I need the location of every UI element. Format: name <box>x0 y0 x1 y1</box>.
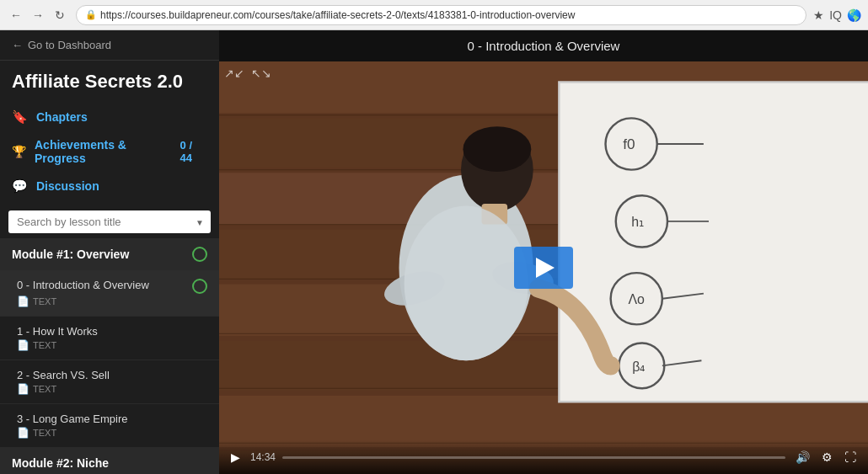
svg-text:h₁: h₁ <box>631 215 644 229</box>
module-2-title: Module #2: Niche <box>12 456 109 470</box>
sidebar-nav: 🔖 Chapters 🏆 Achievements & Progress 0 /… <box>0 98 219 205</box>
sidebar-item-achievements[interactable]: 🏆 Achievements & Progress 0 / 44 <box>0 131 219 172</box>
refresh-button[interactable]: ↻ <box>51 6 69 24</box>
progress-bar[interactable] <box>282 456 785 459</box>
achievements-left: 🏆 Achievements & Progress <box>12 138 180 165</box>
url-text: https://courses.buildapreneur.com/course… <box>100 9 575 21</box>
lesson-2-type: 📄 TEXT <box>17 383 207 395</box>
content-area: 0 - Introduction & Overview <box>219 30 868 474</box>
video-title-bar: 0 - Introduction & Overview <box>219 30 868 61</box>
sidebar: ← Go to Dashboard Affiliate Secrets 2.0 … <box>0 30 219 474</box>
forward-button[interactable]: → <box>29 6 47 24</box>
controls-right: 🔊 ⚙ ⛶ <box>792 449 860 466</box>
back-arrow-icon: ← <box>12 39 23 51</box>
module-1-header[interactable]: Module #1: Overview <box>0 238 219 270</box>
lesson-0-top: 0 - Introduction & Overview <box>17 279 207 294</box>
lesson-2-item[interactable]: 2 - Search VS. Sell 📄 TEXT <box>0 360 219 404</box>
trophy-icon: 🏆 <box>12 145 26 158</box>
lesson-0-type: 📄 TEXT <box>17 296 207 307</box>
back-button[interactable]: ← <box>7 6 25 24</box>
doc-icon-1: 📄 <box>17 339 29 351</box>
lesson-1-type-label: TEXT <box>33 340 56 350</box>
dashboard-label: Go to Dashboard <box>28 39 111 51</box>
video-container[interactable]: f0 h₁ Λo β₄ <box>219 61 868 474</box>
svg-text:f0: f0 <box>623 136 635 152</box>
lesson-1-item[interactable]: 1 - How It Works 📄 TEXT <box>0 317 219 360</box>
lesson-0-item[interactable]: 0 - Introduction & Overview 📄 TEXT <box>0 270 219 317</box>
expand-button-2[interactable]: ↖↘ <box>251 67 271 80</box>
main-layout: ← Go to Dashboard Affiliate Secrets 2.0 … <box>0 30 868 474</box>
lesson-2-name: 2 - Search VS. Sell <box>17 369 207 381</box>
video-controls: ▶ 14:34 🔊 ⚙ ⛶ <box>219 440 868 474</box>
time-display: 14:34 <box>250 451 276 463</box>
search-input[interactable] <box>8 210 211 233</box>
volume-button[interactable]: 🔊 <box>792 449 813 466</box>
lesson-1-top: 1 - How It Works <box>17 325 207 338</box>
iq-button[interactable]: IQ <box>829 8 842 22</box>
expand-icons: ↗↙ ↖↘ <box>224 67 271 80</box>
svg-point-35 <box>405 206 528 361</box>
sidebar-item-chapters[interactable]: 🔖 Chapters <box>0 103 219 131</box>
lesson-0-type-label: TEXT <box>33 296 56 306</box>
doc-icon-2: 📄 <box>17 383 29 395</box>
star-button[interactable]: ★ <box>813 8 824 22</box>
lesson-3-name: 3 - Long Game Empire <box>17 413 207 425</box>
nav-buttons: ← → ↻ <box>7 6 69 24</box>
video-title: 0 - Introduction & Overview <box>468 39 620 53</box>
play-pause-button[interactable]: ▶ <box>228 449 244 466</box>
module-1-status-icon <box>192 247 207 262</box>
lesson-2-type-label: TEXT <box>33 384 56 394</box>
svg-text:β₄: β₄ <box>632 359 645 373</box>
doc-icon-0: 📄 <box>17 296 29 307</box>
lesson-1-name: 1 - How It Works <box>17 325 207 338</box>
expand-button-1[interactable]: ↗↙ <box>224 67 244 80</box>
play-button-overlay[interactable] <box>514 247 573 289</box>
sidebar-item-discussion[interactable]: 💬 Discussion <box>0 172 219 200</box>
fullscreen-button[interactable]: ⛶ <box>841 449 860 466</box>
settings-button[interactable]: ⚙ <box>818 449 836 466</box>
play-triangle-icon <box>536 258 555 278</box>
svg-point-31 <box>463 126 531 172</box>
achievements-progress: 0 / 44 <box>180 139 207 164</box>
lesson-3-item[interactable]: 3 - Long Game Empire 📄 TEXT <box>0 404 219 448</box>
bookmark-icon: 🔖 <box>12 109 28 125</box>
lesson-3-top: 3 - Long Game Empire <box>17 413 207 425</box>
lesson-1-type: 📄 TEXT <box>17 339 207 351</box>
lock-icon: 🔒 <box>85 9 97 20</box>
search-container: ▼ <box>0 205 219 238</box>
svg-rect-7 <box>219 396 868 447</box>
chapters-label: Chapters <box>36 110 88 124</box>
course-title: Affiliate Secrets 2.0 <box>0 61 219 98</box>
browser-chrome: ← → ↻ 🔒 https://courses.buildapreneur.co… <box>0 0 868 30</box>
lesson-3-type-label: TEXT <box>33 428 56 438</box>
go-to-dashboard-link[interactable]: ← Go to Dashboard <box>0 30 219 61</box>
chat-icon: 💬 <box>12 178 28 194</box>
lesson-3-type: 📄 TEXT <box>17 427 207 439</box>
achievements-label: Achievements & Progress <box>35 138 180 165</box>
lesson-2-top: 2 - Search VS. Sell <box>17 369 207 381</box>
lesson-0-name: 0 - Introduction & Overview <box>17 279 185 291</box>
browser-actions: ★ IQ 🌎 <box>813 8 861 22</box>
profile-button[interactable]: 🌎 <box>847 8 861 22</box>
module-1-title: Module #1: Overview <box>12 248 129 261</box>
module-2-header[interactable]: Module #2: Niche <box>0 448 219 474</box>
lesson-0-status-icon <box>192 279 207 294</box>
discussion-label: Discussion <box>36 179 99 193</box>
doc-icon-3: 📄 <box>17 427 29 439</box>
address-bar[interactable]: 🔒 https://courses.buildapreneur.com/cour… <box>76 5 806 25</box>
svg-text:Λo: Λo <box>628 292 645 306</box>
